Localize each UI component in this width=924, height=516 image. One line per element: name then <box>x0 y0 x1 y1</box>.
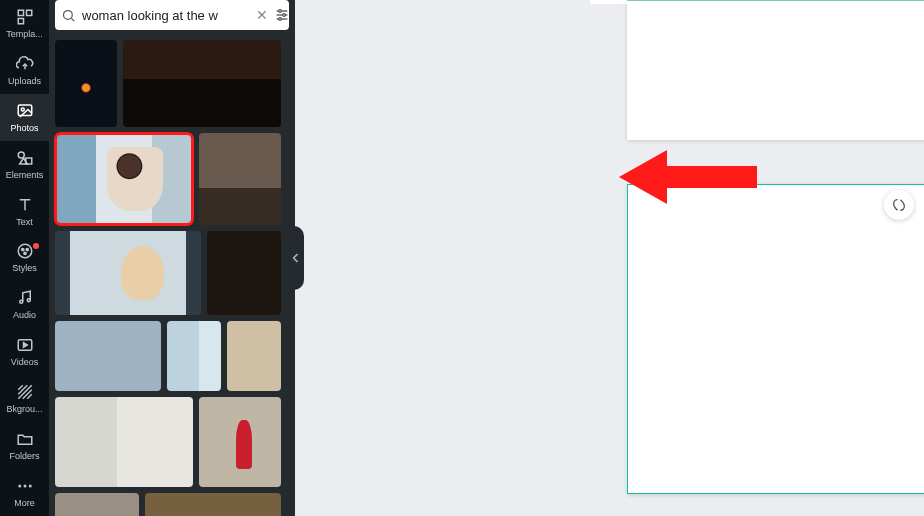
search-icon <box>61 8 76 23</box>
rail-label: Styles <box>0 263 49 273</box>
search-input[interactable] <box>82 8 250 23</box>
clear-search-button[interactable]: ✕ <box>256 8 268 22</box>
svg-rect-2 <box>18 18 23 23</box>
elements-icon <box>16 149 34 167</box>
photo-thumb[interactable] <box>123 40 281 127</box>
svg-point-14 <box>18 485 21 488</box>
folders-icon <box>16 430 34 448</box>
svg-rect-1 <box>26 10 31 15</box>
photo-thumb[interactable] <box>55 231 201 315</box>
left-rail: Templa... Uploads Photos Elements Text <box>0 0 49 516</box>
text-icon <box>16 196 34 214</box>
search-filter-button[interactable] <box>274 7 290 23</box>
svg-point-15 <box>23 485 26 488</box>
sidebar-panel: ✕ <box>49 0 295 516</box>
collapse-sidebar-button[interactable] <box>288 226 304 290</box>
photo-thumb[interactable] <box>55 40 117 127</box>
rail-label: Videos <box>0 357 49 367</box>
notification-dot <box>33 243 39 249</box>
rail-item-templates[interactable]: Templa... <box>0 0 49 47</box>
photos-icon <box>16 102 34 120</box>
svg-point-7 <box>18 245 32 259</box>
searchbar: ✕ <box>55 0 289 30</box>
background-icon <box>16 383 34 401</box>
rail-item-uploads[interactable]: Uploads <box>0 47 49 94</box>
canvas-page-previous[interactable] <box>627 0 924 140</box>
svg-point-10 <box>23 253 25 255</box>
photo-thumb-selected[interactable] <box>55 133 193 225</box>
rail-label: Audio <box>0 310 49 320</box>
svg-rect-0 <box>18 10 23 15</box>
uploads-icon <box>16 55 34 73</box>
rail-item-text[interactable]: Text <box>0 188 49 235</box>
photo-thumb[interactable] <box>55 397 193 487</box>
styles-icon <box>16 242 34 260</box>
photo-thumb[interactable] <box>167 321 221 391</box>
rail-label: Uploads <box>0 76 49 86</box>
photo-thumb[interactable] <box>199 133 281 225</box>
canvas-page-current[interactable] <box>627 184 924 494</box>
photo-thumb[interactable] <box>55 493 139 516</box>
svg-point-20 <box>279 18 282 21</box>
rail-item-elements[interactable]: Elements <box>0 141 49 188</box>
rail-item-photos[interactable]: Photos <box>0 94 49 141</box>
photo-thumb[interactable] <box>227 321 281 391</box>
svg-point-17 <box>64 10 73 19</box>
photo-thumb[interactable] <box>145 493 281 516</box>
svg-point-8 <box>21 249 23 251</box>
rail-item-more[interactable]: More <box>0 469 49 516</box>
svg-point-19 <box>283 14 286 17</box>
app-root: Templa... Uploads Photos Elements Text <box>0 0 924 516</box>
more-icon <box>16 477 34 495</box>
rail-item-folders[interactable]: Folders <box>0 422 49 469</box>
svg-point-11 <box>19 301 22 304</box>
videos-icon <box>16 336 34 354</box>
photo-thumb[interactable] <box>207 231 281 315</box>
rail-label: Text <box>0 217 49 227</box>
rail-label: Elements <box>0 170 49 180</box>
rail-item-styles[interactable]: Styles <box>0 235 49 282</box>
rail-label: Folders <box>0 451 49 461</box>
rail-label: Photos <box>0 123 49 133</box>
svg-point-18 <box>279 10 282 13</box>
rail-item-videos[interactable]: Videos <box>0 328 49 375</box>
photo-thumb[interactable] <box>199 397 281 487</box>
templates-icon <box>16 8 34 26</box>
svg-point-16 <box>28 485 31 488</box>
svg-point-12 <box>27 299 30 302</box>
rail-item-audio[interactable]: Audio <box>0 281 49 328</box>
assistant-button[interactable] <box>884 190 914 220</box>
rail-label: Templa... <box>0 29 49 39</box>
photo-thumb[interactable] <box>55 321 161 391</box>
photo-results[interactable] <box>49 36 295 516</box>
svg-point-4 <box>21 108 24 111</box>
canvas-stage[interactable] <box>295 0 924 516</box>
rail-label: More <box>0 498 49 508</box>
svg-point-9 <box>26 249 28 251</box>
audio-icon <box>16 289 34 307</box>
search-wrap: ✕ <box>49 0 295 36</box>
rail-item-background[interactable]: Bkgrou... <box>0 375 49 422</box>
rail-label: Bkgrou... <box>0 404 49 414</box>
